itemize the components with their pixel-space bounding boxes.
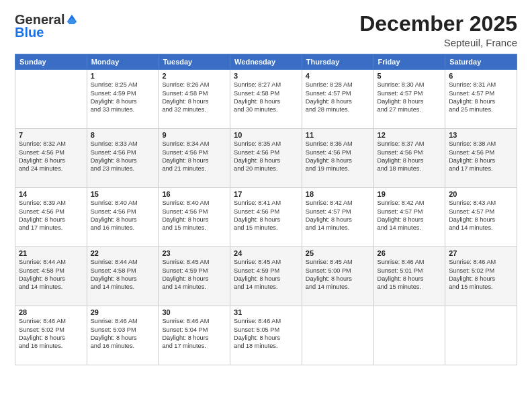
calendar-cell: 28Sunrise: 8:46 AMSunset: 5:02 PMDayligh… (15, 306, 87, 365)
day-number: 26 (378, 249, 442, 257)
day-info: Sunrise: 8:34 AMSunset: 4:56 PMDaylight:… (162, 140, 226, 173)
calendar-cell: 9Sunrise: 8:34 AMSunset: 4:56 PMDaylight… (159, 129, 230, 188)
month-title: December 2025 (359, 12, 517, 36)
day-number: 9 (162, 131, 226, 139)
day-info: Sunrise: 8:36 AMSunset: 4:56 PMDaylight:… (306, 140, 370, 173)
calendar-cell: 13Sunrise: 8:38 AMSunset: 4:56 PMDayligh… (445, 129, 517, 188)
day-number: 16 (162, 190, 226, 198)
header-sunday: Sunday (15, 54, 87, 70)
day-number: 18 (306, 190, 370, 198)
calendar-cell: 4Sunrise: 8:28 AMSunset: 4:57 PMDaylight… (302, 70, 373, 129)
day-info: Sunrise: 8:43 AMSunset: 4:57 PMDaylight:… (449, 199, 513, 232)
day-number: 1 (91, 72, 155, 80)
day-info: Sunrise: 8:46 AMSunset: 5:02 PMDaylight:… (19, 317, 83, 351)
calendar-week-3: 14Sunrise: 8:39 AMSunset: 4:56 PMDayligh… (15, 188, 517, 247)
calendar-cell: 6Sunrise: 8:31 AMSunset: 4:57 PMDaylight… (445, 70, 517, 129)
calendar-cell (302, 306, 373, 365)
day-info: Sunrise: 8:44 AMSunset: 4:58 PMDaylight:… (19, 258, 83, 291)
day-info: Sunrise: 8:40 AMSunset: 4:56 PMDaylight:… (162, 199, 226, 232)
calendar-cell: 24Sunrise: 8:45 AMSunset: 4:59 PMDayligh… (230, 247, 302, 306)
day-number: 14 (19, 190, 83, 198)
calendar-cell: 30Sunrise: 8:46 AMSunset: 5:04 PMDayligh… (159, 306, 230, 365)
calendar-cell: 3Sunrise: 8:27 AMSunset: 4:58 PMDaylight… (230, 70, 302, 129)
day-number: 22 (91, 249, 155, 257)
calendar-cell: 10Sunrise: 8:35 AMSunset: 4:56 PMDayligh… (230, 129, 302, 188)
calendar-cell: 25Sunrise: 8:45 AMSunset: 5:00 PMDayligh… (302, 247, 373, 306)
calendar-cell: 17Sunrise: 8:41 AMSunset: 4:56 PMDayligh… (230, 188, 302, 247)
calendar-header-row: Sunday Monday Tuesday Wednesday Thursday… (15, 54, 517, 70)
logo-blue: Blue (15, 25, 44, 40)
day-info: Sunrise: 8:44 AMSunset: 4:58 PMDaylight:… (91, 258, 155, 291)
day-info: Sunrise: 8:38 AMSunset: 4:56 PMDaylight:… (449, 140, 513, 173)
calendar-cell: 19Sunrise: 8:42 AMSunset: 4:57 PMDayligh… (373, 188, 445, 247)
day-number: 20 (449, 190, 513, 198)
day-number: 30 (162, 308, 226, 316)
day-info: Sunrise: 8:30 AMSunset: 4:57 PMDaylight:… (378, 81, 442, 114)
calendar-cell (445, 306, 517, 365)
day-number: 5 (378, 72, 442, 80)
day-number: 10 (234, 131, 298, 139)
day-info: Sunrise: 8:46 AMSunset: 5:04 PMDaylight:… (162, 317, 226, 351)
logo-icon (66, 13, 78, 25)
header-wednesday: Wednesday (230, 54, 302, 70)
calendar-cell: 27Sunrise: 8:46 AMSunset: 5:02 PMDayligh… (445, 247, 517, 306)
day-number: 13 (449, 131, 513, 139)
location: Septeuil, France (359, 37, 517, 48)
day-number: 2 (162, 72, 226, 80)
calendar-cell: 26Sunrise: 8:46 AMSunset: 5:01 PMDayligh… (373, 247, 445, 306)
day-info: Sunrise: 8:46 AMSunset: 5:05 PMDaylight:… (234, 317, 298, 351)
calendar-cell: 1Sunrise: 8:25 AMSunset: 4:59 PMDaylight… (87, 70, 159, 129)
calendar-cell: 12Sunrise: 8:37 AMSunset: 4:56 PMDayligh… (373, 129, 445, 188)
calendar-cell: 7Sunrise: 8:32 AMSunset: 4:56 PMDaylight… (15, 129, 87, 188)
calendar-week-1: 1Sunrise: 8:25 AMSunset: 4:59 PMDaylight… (15, 70, 517, 129)
calendar-week-4: 21Sunrise: 8:44 AMSunset: 4:58 PMDayligh… (15, 247, 517, 306)
day-info: Sunrise: 8:42 AMSunset: 4:57 PMDaylight:… (306, 199, 370, 232)
calendar-table: Sunday Monday Tuesday Wednesday Thursday… (15, 54, 517, 365)
calendar-cell: 29Sunrise: 8:46 AMSunset: 5:03 PMDayligh… (87, 306, 159, 365)
day-info: Sunrise: 8:40 AMSunset: 4:56 PMDaylight:… (91, 199, 155, 232)
logo: General Blue (15, 12, 78, 40)
calendar-cell: 23Sunrise: 8:45 AMSunset: 4:59 PMDayligh… (159, 247, 230, 306)
calendar-cell (373, 306, 445, 365)
day-number: 12 (378, 131, 442, 139)
day-number: 11 (306, 131, 370, 139)
calendar-cell: 5Sunrise: 8:30 AMSunset: 4:57 PMDaylight… (373, 70, 445, 129)
day-info: Sunrise: 8:28 AMSunset: 4:57 PMDaylight:… (306, 81, 370, 114)
day-number: 19 (378, 190, 442, 198)
day-number: 27 (449, 249, 513, 257)
day-number: 3 (234, 72, 298, 80)
day-info: Sunrise: 8:35 AMSunset: 4:56 PMDaylight:… (234, 140, 298, 173)
day-info: Sunrise: 8:45 AMSunset: 5:00 PMDaylight:… (306, 258, 370, 291)
header-friday: Friday (373, 54, 445, 70)
day-info: Sunrise: 8:46 AMSunset: 5:02 PMDaylight:… (449, 258, 513, 291)
page: General Blue December 2025 Septeuil, Fra… (0, 0, 532, 411)
day-info: Sunrise: 8:32 AMSunset: 4:56 PMDaylight:… (19, 140, 83, 173)
day-info: Sunrise: 8:45 AMSunset: 4:59 PMDaylight:… (234, 258, 298, 291)
calendar-cell: 11Sunrise: 8:36 AMSunset: 4:56 PMDayligh… (302, 129, 373, 188)
calendar-cell: 14Sunrise: 8:39 AMSunset: 4:56 PMDayligh… (15, 188, 87, 247)
day-info: Sunrise: 8:37 AMSunset: 4:56 PMDaylight:… (378, 140, 442, 173)
calendar-cell (15, 70, 87, 129)
calendar-week-5: 28Sunrise: 8:46 AMSunset: 5:02 PMDayligh… (15, 306, 517, 365)
day-info: Sunrise: 8:39 AMSunset: 4:56 PMDaylight:… (19, 199, 83, 232)
header-thursday: Thursday (302, 54, 373, 70)
header: General Blue December 2025 Septeuil, Fra… (15, 12, 517, 48)
day-number: 21 (19, 249, 83, 257)
header-monday: Monday (87, 54, 159, 70)
title-section: December 2025 Septeuil, France (359, 12, 517, 48)
header-tuesday: Tuesday (159, 54, 230, 70)
calendar-cell: 2Sunrise: 8:26 AMSunset: 4:58 PMDaylight… (159, 70, 230, 129)
day-number: 6 (449, 72, 513, 80)
calendar-cell: 18Sunrise: 8:42 AMSunset: 4:57 PMDayligh… (302, 188, 373, 247)
calendar-cell: 22Sunrise: 8:44 AMSunset: 4:58 PMDayligh… (87, 247, 159, 306)
day-info: Sunrise: 8:25 AMSunset: 4:59 PMDaylight:… (91, 81, 155, 114)
calendar-cell: 21Sunrise: 8:44 AMSunset: 4:58 PMDayligh… (15, 247, 87, 306)
day-number: 7 (19, 131, 83, 139)
day-info: Sunrise: 8:42 AMSunset: 4:57 PMDaylight:… (378, 199, 442, 232)
day-number: 29 (91, 308, 155, 316)
day-info: Sunrise: 8:33 AMSunset: 4:56 PMDaylight:… (91, 140, 155, 173)
calendar-cell: 15Sunrise: 8:40 AMSunset: 4:56 PMDayligh… (87, 188, 159, 247)
day-number: 8 (91, 131, 155, 139)
day-number: 25 (306, 249, 370, 257)
svg-marker-1 (67, 18, 77, 24)
